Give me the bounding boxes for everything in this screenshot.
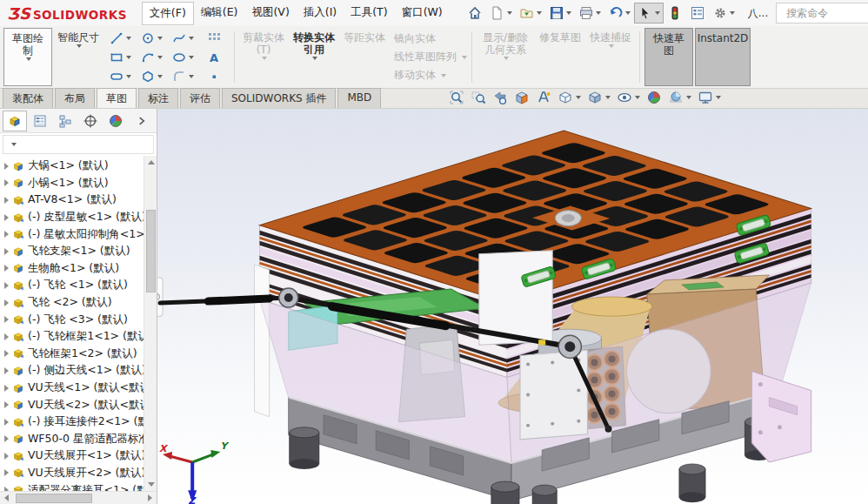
tree-item[interactable]: (-) 皮型星敏<1> (默认) bbox=[0, 209, 144, 226]
tree-item[interactable]: (-) 飞轮 <1> (默认) bbox=[0, 277, 144, 294]
menu-item[interactable]: 编辑(E) bbox=[194, 2, 245, 25]
dimxpertmanager-tab[interactable] bbox=[78, 111, 103, 131]
tree-item[interactable]: (-) 侧边天线<1> (默认) bbox=[0, 362, 144, 380]
dropdown-caret-icon[interactable] bbox=[686, 96, 691, 99]
polygon-tool-button[interactable] bbox=[136, 67, 167, 86]
display-style-button[interactable] bbox=[587, 90, 611, 105]
dropdown-caret-icon[interactable] bbox=[537, 11, 542, 15]
tree-item[interactable]: AT-V8<1> (默认) bbox=[0, 192, 144, 209]
menu-item[interactable]: 视图(V) bbox=[244, 2, 296, 25]
offset-entities-button[interactable]: 等距实体 bbox=[340, 28, 389, 86]
graphics-viewport[interactable]: X Y Z bbox=[157, 109, 868, 504]
propertymanager-tab[interactable] bbox=[28, 111, 52, 131]
settings-gear-button[interactable] bbox=[709, 3, 738, 24]
repair-sketch-button[interactable]: 修复草图 bbox=[536, 28, 584, 86]
view-settings-button[interactable] bbox=[698, 90, 721, 105]
scrollbar-thumb[interactable] bbox=[146, 210, 156, 292]
new-document-button[interactable] bbox=[486, 3, 516, 24]
expand-arrow-icon[interactable] bbox=[4, 179, 9, 186]
dropdown-caret-icon[interactable] bbox=[635, 96, 640, 99]
dropdown-caret-icon[interactable] bbox=[596, 11, 601, 15]
dropdown-caret-icon[interactable] bbox=[126, 75, 131, 78]
expand-arrow-icon[interactable] bbox=[4, 231, 9, 238]
expand-arrow-icon[interactable] bbox=[4, 214, 9, 221]
pattern-tool-button[interactable] bbox=[198, 29, 230, 48]
dropdown-caret-icon[interactable] bbox=[576, 96, 581, 99]
sketch-button[interactable]: 草图绘制 bbox=[3, 28, 52, 86]
expand-arrow-icon[interactable] bbox=[4, 333, 9, 340]
hide-show-button[interactable] bbox=[617, 90, 640, 105]
mirror-entities-button[interactable]: 镜向实体 bbox=[391, 31, 467, 46]
expand-arrow-icon[interactable] bbox=[4, 367, 9, 374]
dropdown-caret-icon[interactable] bbox=[189, 75, 194, 78]
print-button[interactable] bbox=[575, 3, 604, 24]
dropdown-caret-icon[interactable] bbox=[730, 11, 735, 15]
expand-arrow-icon[interactable] bbox=[4, 316, 9, 323]
rapid-sketch-button[interactable]: 快速草图 bbox=[644, 28, 693, 86]
undo-button[interactable] bbox=[604, 3, 634, 24]
search-box[interactable]: 搜索命令 bbox=[776, 3, 868, 24]
spline-tool-button[interactable] bbox=[167, 29, 198, 48]
quick-snaps-button[interactable]: 快速捕捉 bbox=[586, 28, 635, 86]
expand-arrow-icon[interactable] bbox=[4, 350, 9, 357]
displaymanager-tab[interactable] bbox=[103, 111, 128, 131]
expand-arrow-icon[interactable] bbox=[4, 401, 9, 408]
tree-item[interactable]: (-) 接耳连接件2<1> (默认) bbox=[0, 413, 144, 431]
tree-item[interactable]: VU天线<2> (默认<默认>) bbox=[0, 396, 144, 413]
view-orientation-button[interactable] bbox=[558, 90, 581, 105]
panel-expand-button[interactable] bbox=[130, 111, 154, 131]
expand-arrow-icon[interactable] bbox=[4, 282, 9, 289]
open-button[interactable] bbox=[516, 3, 545, 24]
dropdown-caret-icon[interactable] bbox=[157, 37, 163, 40]
circle-tool-button[interactable] bbox=[136, 29, 167, 48]
scroll-up-icon[interactable] bbox=[144, 156, 157, 169]
ellipse-tool-button[interactable] bbox=[167, 48, 198, 67]
select-cursor-button[interactable] bbox=[634, 3, 664, 24]
tree-filter[interactable] bbox=[3, 135, 154, 154]
dropdown-caret-icon[interactable] bbox=[157, 56, 163, 59]
tree-item[interactable]: VU天线展开<1> (默认) bbox=[0, 447, 144, 465]
tree-item[interactable]: 生物舱<1> (默认) bbox=[0, 260, 144, 278]
slot-tool-button[interactable] bbox=[104, 67, 136, 86]
dropdown-caret-icon[interactable] bbox=[655, 11, 660, 15]
expand-arrow-icon[interactable] bbox=[4, 197, 9, 204]
expand-arrow-icon[interactable] bbox=[4, 265, 9, 272]
display-relations-button[interactable]: 显示/删除几何关系 bbox=[477, 28, 534, 86]
tree-item[interactable]: 大锅<1> (默认) bbox=[0, 158, 144, 175]
tree-item[interactable]: VU天线展开<2> (默认) bbox=[0, 465, 144, 482]
tree-item[interactable]: 飞轮 <2> (默认) bbox=[0, 294, 144, 312]
tab-装配体[interactable]: 装配体 bbox=[3, 88, 53, 108]
tab-SOLIDWORKS 插件[interactable]: SOLIDWORKS 插件 bbox=[222, 88, 336, 108]
zoom-fit-button[interactable] bbox=[449, 90, 464, 105]
dropdown-caret-icon[interactable] bbox=[605, 96, 611, 99]
text-tool-button[interactable]: A bbox=[198, 48, 230, 67]
scrollbar-thumb[interactable] bbox=[16, 494, 92, 503]
convert-entities-button[interactable]: 转换实体引用 bbox=[290, 28, 338, 86]
fillet-tool-button[interactable] bbox=[167, 67, 198, 86]
user-label[interactable]: 八... bbox=[748, 6, 768, 21]
featuremanager-tab[interactable] bbox=[3, 111, 27, 131]
line-tool-button[interactable] bbox=[104, 29, 136, 48]
tab-MBD[interactable]: MBD bbox=[337, 88, 381, 108]
edit-appearance-button[interactable] bbox=[646, 90, 662, 105]
expand-arrow-icon[interactable] bbox=[4, 453, 9, 460]
scroll-down-icon[interactable] bbox=[144, 478, 157, 491]
arc-tool-button[interactable] bbox=[136, 48, 167, 67]
scroll-right-icon[interactable] bbox=[144, 492, 157, 504]
tree-item[interactable]: 飞轮支架<1> (默认) bbox=[0, 243, 144, 260]
instant2d-button[interactable]: Instant2D bbox=[695, 28, 751, 86]
dropdown-caret-icon[interactable] bbox=[157, 75, 163, 78]
tree-vertical-scrollbar[interactable] bbox=[144, 156, 157, 491]
tree-item[interactable]: WF50-0 星箭适配器标准 bbox=[0, 431, 144, 448]
tree-item[interactable]: (-) 星敏太阳抑制角<1> (默认) bbox=[0, 225, 144, 243]
move-entities-button[interactable]: 移动实体 bbox=[391, 68, 467, 83]
dropdown-caret-icon[interactable] bbox=[126, 37, 131, 40]
dropdown-caret-icon[interactable] bbox=[507, 11, 512, 15]
tab-标注[interactable]: 标注 bbox=[138, 88, 178, 108]
point-tool-button[interactable] bbox=[198, 67, 230, 86]
save-button[interactable] bbox=[545, 3, 575, 24]
expand-arrow-icon[interactable] bbox=[4, 248, 9, 255]
rebuild-button[interactable] bbox=[664, 3, 686, 24]
dropdown-caret-icon[interactable] bbox=[625, 11, 631, 15]
expand-arrow-icon[interactable] bbox=[4, 469, 9, 476]
